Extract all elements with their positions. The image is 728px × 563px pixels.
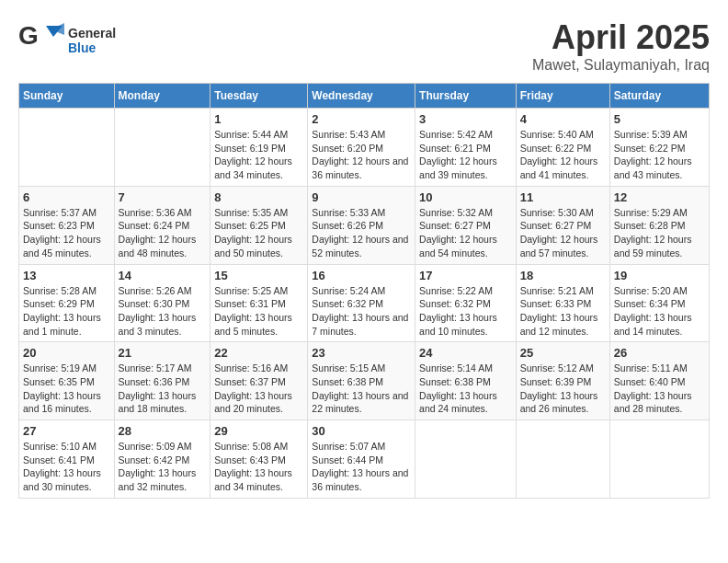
cell-date: 1 (214, 112, 303, 126)
cell-info: Sunrise: 5:14 AMSunset: 6:38 PMDaylight:… (419, 362, 512, 416)
calendar-cell: 10Sunrise: 5:32 AMSunset: 6:27 PMDayligh… (415, 186, 517, 264)
cell-date: 24 (419, 346, 512, 360)
cell-info: Sunrise: 5:19 AMSunset: 6:35 PMDaylight:… (23, 362, 110, 416)
calendar-week-row: 6Sunrise: 5:37 AMSunset: 6:23 PMDaylight… (19, 186, 710, 264)
cell-info: Sunrise: 5:42 AMSunset: 6:21 PMDaylight:… (419, 128, 512, 182)
cell-info: Sunrise: 5:30 AMSunset: 6:27 PMDaylight:… (520, 206, 606, 260)
cell-info: Sunrise: 5:39 AMSunset: 6:22 PMDaylight:… (614, 128, 705, 182)
cell-date: 22 (214, 346, 303, 360)
logo-graphic: G (18, 18, 64, 63)
cell-date: 7 (119, 190, 207, 204)
cell-date: 18 (520, 269, 606, 282)
calendar-cell: 9Sunrise: 5:33 AMSunset: 6:26 PMDaylight… (308, 186, 415, 264)
logo: G General Blue (18, 18, 116, 63)
cell-date: 6 (23, 190, 110, 204)
cell-date: 25 (520, 346, 606, 360)
cell-date: 20 (23, 346, 110, 360)
calendar-cell: 13Sunrise: 5:28 AMSunset: 6:29 PMDayligh… (19, 264, 115, 342)
cell-info: Sunrise: 5:12 AMSunset: 6:39 PMDaylight:… (520, 362, 606, 416)
main-title: April 2025 (532, 18, 710, 57)
calendar-header: SundayMondayTuesdayWednesdayThursdayFrid… (19, 84, 710, 109)
calendar-table: SundayMondayTuesdayWednesdayThursdayFrid… (18, 83, 710, 499)
calendar-cell: 1Sunrise: 5:44 AMSunset: 6:19 PMDaylight… (210, 109, 308, 187)
cell-date: 29 (214, 424, 303, 438)
cell-date: 8 (214, 190, 303, 204)
calendar-cell: 8Sunrise: 5:35 AMSunset: 6:25 PMDaylight… (210, 186, 308, 264)
calendar-cell: 17Sunrise: 5:22 AMSunset: 6:32 PMDayligh… (415, 264, 517, 342)
cell-info: Sunrise: 5:16 AMSunset: 6:37 PMDaylight:… (214, 362, 303, 416)
cell-date: 21 (119, 346, 207, 360)
title-block: April 2025 Mawet, Sulaymaniyah, Iraq (532, 18, 710, 74)
calendar-cell: 12Sunrise: 5:29 AMSunset: 6:28 PMDayligh… (609, 186, 709, 264)
calendar-cell: 25Sunrise: 5:12 AMSunset: 6:39 PMDayligh… (516, 342, 609, 420)
cell-date: 2 (312, 112, 411, 126)
calendar-cell (114, 109, 210, 187)
svg-text:G: G (18, 21, 39, 50)
cell-date: 14 (119, 269, 207, 282)
cell-date: 10 (419, 190, 512, 204)
calendar-cell: 26Sunrise: 5:11 AMSunset: 6:40 PMDayligh… (609, 342, 709, 420)
logo-text: General Blue (68, 27, 116, 55)
calendar-week-row: 27Sunrise: 5:10 AMSunset: 6:41 PMDayligh… (19, 420, 710, 499)
calendar-week-row: 1Sunrise: 5:44 AMSunset: 6:19 PMDaylight… (19, 109, 710, 187)
cell-date: 4 (520, 112, 606, 126)
cell-date: 13 (23, 269, 110, 282)
header-day: Friday (516, 84, 609, 109)
calendar-cell: 21Sunrise: 5:17 AMSunset: 6:36 PMDayligh… (114, 342, 210, 420)
calendar-cell: 4Sunrise: 5:40 AMSunset: 6:22 PMDaylight… (516, 109, 609, 187)
cell-info: Sunrise: 5:44 AMSunset: 6:19 PMDaylight:… (214, 128, 303, 182)
cell-info: Sunrise: 5:35 AMSunset: 6:25 PMDaylight:… (214, 206, 303, 260)
calendar-cell: 23Sunrise: 5:15 AMSunset: 6:38 PMDayligh… (308, 342, 415, 420)
cell-info: Sunrise: 5:36 AMSunset: 6:24 PMDaylight:… (119, 206, 207, 260)
calendar-cell: 24Sunrise: 5:14 AMSunset: 6:38 PMDayligh… (415, 342, 517, 420)
page-header: G General Blue April 2025 Mawet, Sulayma… (18, 18, 710, 74)
cell-date: 17 (419, 269, 512, 282)
calendar-cell: 2Sunrise: 5:43 AMSunset: 6:20 PMDaylight… (308, 109, 415, 187)
logo-blue-text: Blue (68, 41, 116, 55)
cell-info: Sunrise: 5:43 AMSunset: 6:20 PMDaylight:… (312, 128, 411, 182)
subtitle: Mawet, Sulaymaniyah, Iraq (532, 57, 710, 74)
cell-info: Sunrise: 5:26 AMSunset: 6:30 PMDaylight:… (119, 284, 207, 339)
calendar-cell (516, 420, 609, 499)
cell-date: 5 (614, 112, 705, 126)
calendar-cell: 20Sunrise: 5:19 AMSunset: 6:35 PMDayligh… (19, 342, 115, 420)
cell-info: Sunrise: 5:21 AMSunset: 6:33 PMDaylight:… (520, 284, 606, 339)
calendar-cell: 22Sunrise: 5:16 AMSunset: 6:37 PMDayligh… (210, 342, 308, 420)
calendar-cell: 30Sunrise: 5:07 AMSunset: 6:44 PMDayligh… (308, 420, 415, 499)
cell-info: Sunrise: 5:09 AMSunset: 6:42 PMDaylight:… (119, 440, 207, 494)
cell-info: Sunrise: 5:20 AMSunset: 6:34 PMDaylight:… (614, 284, 705, 339)
cell-info: Sunrise: 5:08 AMSunset: 6:43 PMDaylight:… (214, 440, 303, 494)
logo-general-text: General (68, 27, 116, 40)
cell-date: 9 (312, 190, 411, 204)
cell-info: Sunrise: 5:15 AMSunset: 6:38 PMDaylight:… (312, 362, 411, 416)
calendar-cell: 7Sunrise: 5:36 AMSunset: 6:24 PMDaylight… (114, 186, 210, 264)
cell-date: 26 (614, 346, 705, 360)
header-day: Sunday (19, 84, 115, 109)
cell-date: 12 (614, 190, 705, 204)
calendar-cell: 6Sunrise: 5:37 AMSunset: 6:23 PMDaylight… (19, 186, 115, 264)
calendar-cell: 15Sunrise: 5:25 AMSunset: 6:31 PMDayligh… (210, 264, 308, 342)
cell-info: Sunrise: 5:25 AMSunset: 6:31 PMDaylight:… (214, 284, 303, 339)
calendar-cell (415, 420, 517, 499)
header-day: Tuesday (210, 84, 308, 109)
calendar-week-row: 20Sunrise: 5:19 AMSunset: 6:35 PMDayligh… (19, 342, 710, 420)
header-day: Thursday (415, 84, 517, 109)
calendar-cell (19, 109, 115, 187)
cell-date: 3 (419, 112, 512, 126)
cell-date: 15 (214, 269, 303, 282)
cell-info: Sunrise: 5:24 AMSunset: 6:32 PMDaylight:… (312, 284, 411, 339)
cell-info: Sunrise: 5:10 AMSunset: 6:41 PMDaylight:… (23, 440, 110, 494)
calendar-cell: 11Sunrise: 5:30 AMSunset: 6:27 PMDayligh… (516, 186, 609, 264)
cell-info: Sunrise: 5:40 AMSunset: 6:22 PMDaylight:… (520, 128, 606, 182)
cell-date: 28 (119, 424, 207, 438)
calendar-cell: 29Sunrise: 5:08 AMSunset: 6:43 PMDayligh… (210, 420, 308, 499)
calendar-cell: 27Sunrise: 5:10 AMSunset: 6:41 PMDayligh… (19, 420, 115, 499)
calendar-cell: 18Sunrise: 5:21 AMSunset: 6:33 PMDayligh… (516, 264, 609, 342)
header-day: Saturday (609, 84, 709, 109)
calendar-cell (609, 420, 709, 499)
header-day: Wednesday (308, 84, 415, 109)
cell-info: Sunrise: 5:29 AMSunset: 6:28 PMDaylight:… (614, 206, 705, 260)
calendar-cell: 14Sunrise: 5:26 AMSunset: 6:30 PMDayligh… (114, 264, 210, 342)
calendar-cell: 28Sunrise: 5:09 AMSunset: 6:42 PMDayligh… (114, 420, 210, 499)
cell-info: Sunrise: 5:22 AMSunset: 6:32 PMDaylight:… (419, 284, 512, 339)
